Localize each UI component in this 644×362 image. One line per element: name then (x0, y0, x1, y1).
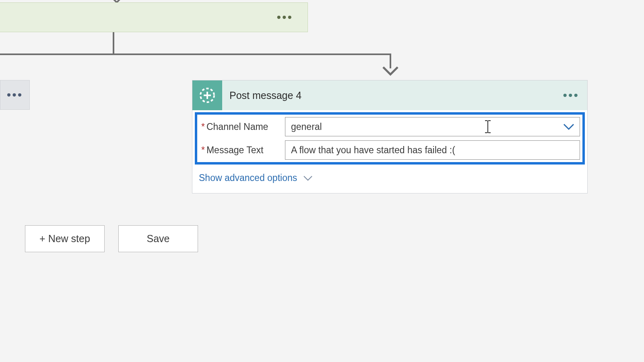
connector-vertical (113, 32, 114, 53)
more-icon: ••• (7, 93, 23, 97)
field-label-channel-name: * Channel Name (200, 117, 285, 136)
required-asterisk: * (201, 145, 205, 156)
more-icon[interactable]: ••• (277, 16, 293, 19)
arrow-down-icon (382, 66, 399, 77)
link-text: Show advanced options (199, 173, 297, 183)
label-text: Channel Name (206, 121, 268, 132)
channel-name-input-wrap (285, 117, 580, 136)
more-icon[interactable]: ••• (563, 94, 579, 97)
new-step-button[interactable]: + New step (25, 225, 105, 252)
required-asterisk: * (201, 121, 205, 132)
field-row-channel-name: * Channel Name (200, 117, 580, 136)
highlighted-fields: * Channel Name * Message Text (195, 112, 585, 165)
slack-icon (192, 80, 222, 110)
footer-buttons: + New step Save (25, 225, 198, 252)
action-header[interactable]: Post message 4 ••• (192, 80, 587, 110)
field-label-message-text: * Message Text (200, 140, 285, 160)
trigger-card[interactable]: ••• (0, 2, 308, 32)
channel-name-input[interactable] (285, 117, 580, 136)
connector-horizontal (0, 53, 390, 55)
collapsed-branch-card[interactable]: ••• (0, 80, 30, 110)
action-card-post-message: Post message 4 ••• * Channel Name (192, 80, 588, 193)
message-text-input-wrap (285, 140, 580, 160)
chevron-down-icon (303, 175, 313, 181)
show-advanced-options-link[interactable]: Show advanced options (192, 167, 320, 193)
action-title: Post message 4 (229, 90, 563, 101)
save-button[interactable]: Save (118, 225, 198, 252)
message-text-input[interactable] (285, 140, 580, 160)
text-cursor-icon (484, 120, 491, 134)
field-row-message-text: * Message Text (200, 140, 580, 160)
label-text: Message Text (206, 145, 263, 156)
